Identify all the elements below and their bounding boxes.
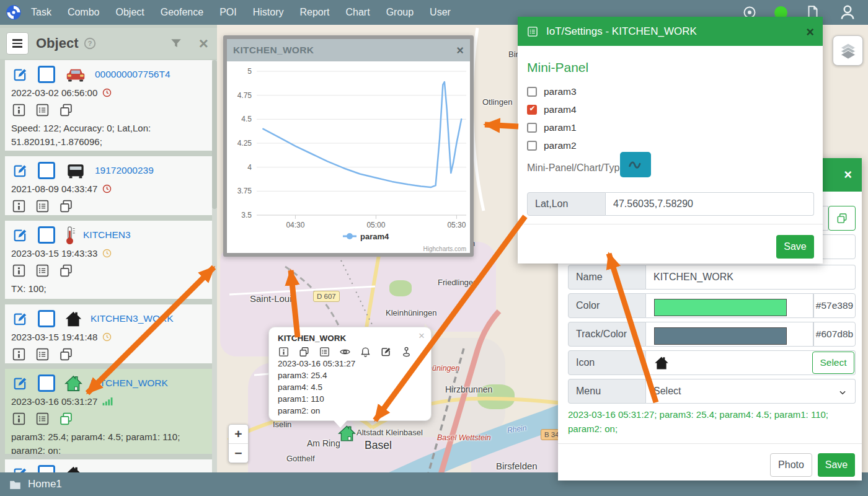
info-icon[interactable] <box>278 346 290 358</box>
edit-object-icon[interactable] <box>11 375 29 392</box>
settings-close-icon[interactable]: × <box>844 167 852 183</box>
name-input[interactable] <box>646 265 856 290</box>
svg-text:4.75: 4.75 <box>237 91 252 100</box>
param3-checkbox[interactable] <box>527 87 537 97</box>
map-label: Birsfelden <box>496 461 538 471</box>
copy-icon[interactable] <box>58 102 74 118</box>
pegman-icon[interactable] <box>401 346 412 358</box>
copy-button[interactable] <box>828 206 856 231</box>
user-icon[interactable] <box>838 3 857 22</box>
param4-checkbox[interactable] <box>527 105 537 115</box>
object-checkbox[interactable] <box>38 374 55 392</box>
edit-icon[interactable] <box>380 346 392 358</box>
list-icon[interactable] <box>319 346 330 358</box>
hamburger-menu-icon[interactable] <box>6 32 29 55</box>
divider <box>518 224 823 224</box>
edit-object-icon[interactable] <box>11 311 29 327</box>
nav-item-user[interactable]: User <box>430 7 451 18</box>
nav-item-report[interactable]: Report <box>299 7 329 18</box>
chart-popup-header[interactable]: KITCHEN_WORK × <box>227 39 470 61</box>
copy-icon[interactable] <box>58 411 74 427</box>
sidebar-scrollbar-thumb[interactable] <box>212 60 217 209</box>
edit-object-icon[interactable] <box>11 466 29 473</box>
map-layers-button[interactable] <box>833 35 863 66</box>
copy-icon[interactable] <box>58 347 74 362</box>
checkbox-row: param4 <box>527 104 577 115</box>
home-group-label[interactable]: Home1 <box>28 478 62 490</box>
popup-param: param4: 4.5 <box>278 381 422 393</box>
save-button[interactable]: Save <box>776 235 814 259</box>
color-swatch[interactable] <box>654 299 787 316</box>
iot-popup-header: IoT/Settings - KITCHEN_WORK <box>518 17 823 46</box>
chart-popup-close-icon[interactable]: × <box>456 45 464 56</box>
checkbox-row: param2 <box>527 140 577 151</box>
object-name-link[interactable]: KITCHEN3_WORK <box>91 313 174 324</box>
param2-checkbox[interactable] <box>527 141 537 151</box>
save-button[interactable]: Save <box>818 453 855 477</box>
iot-popup-close-icon[interactable]: × <box>806 24 814 40</box>
bell-icon[interactable] <box>360 346 371 358</box>
edit-object-icon[interactable] <box>11 227 29 244</box>
color-picker[interactable] <box>646 293 813 318</box>
nav-item-poi[interactable]: POI <box>219 7 237 18</box>
popup-close-icon[interactable]: × <box>418 330 425 342</box>
chart-type-label: Mini-Panel/Chart/Type <box>527 162 625 174</box>
list-icon[interactable] <box>35 347 50 362</box>
info-icon[interactable] <box>11 198 27 214</box>
nav-item-task[interactable]: Task <box>31 7 51 18</box>
object-checkbox[interactable] <box>38 66 55 83</box>
list-icon[interactable] <box>35 198 50 214</box>
latlon-group: Lat,Lon <box>527 192 814 216</box>
track-color-picker[interactable] <box>646 322 813 347</box>
latlon-input[interactable] <box>606 192 814 216</box>
object-checkbox[interactable] <box>38 465 55 472</box>
photo-button[interactable]: Photo <box>770 453 812 477</box>
nav-item-chart[interactable]: Chart <box>346 7 370 18</box>
filter-icon[interactable] <box>169 37 183 50</box>
chart-type-button[interactable] <box>620 152 651 177</box>
help-icon[interactable] <box>83 37 97 50</box>
info-icon[interactable] <box>11 411 27 427</box>
object-name-link[interactable]: KITCHEN3 <box>83 229 131 241</box>
copy-icon[interactable] <box>298 346 310 358</box>
eye-icon[interactable] <box>339 346 351 358</box>
icon-select-button[interactable]: Select <box>812 352 854 374</box>
object-name-link[interactable]: 000000007756T4 <box>95 69 170 80</box>
param1-checkbox[interactable] <box>527 123 537 133</box>
copy-icon[interactable] <box>58 263 74 278</box>
nav-item-geofence[interactable]: Geofence <box>161 7 203 18</box>
object-checkbox[interactable] <box>38 310 55 327</box>
nav-item-object[interactable]: Object <box>115 7 144 18</box>
info-icon[interactable] <box>11 263 27 278</box>
object-checkbox[interactable] <box>38 226 55 244</box>
list-icon[interactable] <box>35 263 50 278</box>
map-zoom-control: + − <box>228 424 249 463</box>
object-name-link[interactable]: 19172000239 <box>95 165 154 176</box>
nav-item-history[interactable]: History <box>253 7 284 18</box>
checkbox-row: param1 <box>527 122 577 133</box>
settings-icon-row: Icon Select <box>568 350 856 375</box>
info-icon[interactable] <box>11 347 27 362</box>
zoom-in-button[interactable]: + <box>229 425 248 444</box>
copy-icon[interactable] <box>58 198 74 214</box>
edit-object-icon[interactable] <box>11 162 29 179</box>
zoom-out-button[interactable]: − <box>229 444 248 463</box>
track-color-swatch[interactable] <box>654 327 787 345</box>
nav-item-group[interactable]: Group <box>386 7 414 18</box>
menu-select[interactable]: Select <box>646 379 856 404</box>
svg-text:Highcharts.com: Highcharts.com <box>423 246 466 252</box>
road-badge: D 607 <box>313 291 340 302</box>
sidebar-close-icon[interactable]: × <box>199 37 208 50</box>
list-icon[interactable] <box>35 102 50 118</box>
divider <box>558 443 862 444</box>
info-icon[interactable] <box>11 102 27 118</box>
object-checkbox[interactable] <box>38 162 55 179</box>
map-label: Gotthelf <box>286 454 315 463</box>
object-name-link[interactable]: KITCHEN_WORK <box>91 378 168 389</box>
list-icon[interactable] <box>35 411 50 427</box>
edit-object-icon[interactable] <box>11 66 29 83</box>
chart-popup-title: KITCHEN_WORK <box>233 45 314 56</box>
copy-icon <box>836 212 848 224</box>
map-label: hüningen <box>428 364 459 373</box>
nav-item-combo[interactable]: Combo <box>68 7 100 18</box>
